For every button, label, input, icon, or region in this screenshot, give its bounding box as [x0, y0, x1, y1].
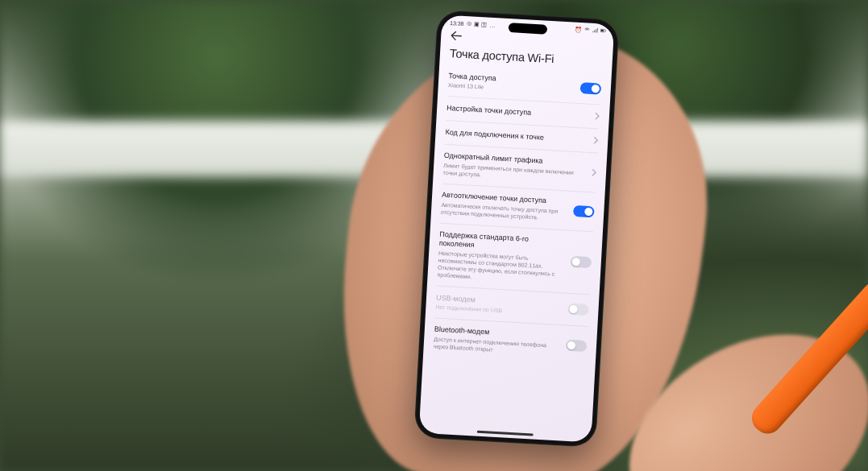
- phone-frame: 13:38 ◎ ▣ ⚿ … ⏰: [413, 10, 619, 448]
- autooff-toggle[interactable]: [573, 205, 595, 217]
- row-label: Код для подключения к точке: [445, 127, 587, 144]
- status-icon: ◎: [466, 20, 471, 27]
- gesture-bar[interactable]: [477, 431, 534, 436]
- chevron-right-icon: [593, 136, 599, 144]
- status-icon: ⚿: [481, 22, 487, 27]
- settings-list: Точка доступа Xiaomi 13 Lite Настройка т…: [423, 64, 612, 366]
- status-icon: ▣: [473, 21, 479, 27]
- wifi-icon: [584, 27, 590, 33]
- wifi6-toggle[interactable]: [570, 256, 592, 268]
- battery-icon: [600, 27, 606, 34]
- row-sub: Некоторые устройства могут быть несовмес…: [437, 249, 564, 285]
- hotspot-toggle[interactable]: [580, 82, 602, 94]
- svg-rect-2: [600, 30, 604, 32]
- bt-toggle[interactable]: [566, 339, 588, 351]
- alarm-icon: ⏰: [575, 27, 582, 33]
- usb-toggle: [567, 304, 589, 316]
- status-more-icon: …: [489, 22, 495, 27]
- row-label: Настройка точки доступа: [446, 104, 588, 121]
- svg-rect-1: [605, 30, 606, 31]
- row-wifi6[interactable]: Поддержка стандарта 6-го поколения Некот…: [437, 223, 593, 294]
- chevron-right-icon: [595, 113, 600, 121]
- row-bt[interactable]: Bluetooth-модем Доступ к интернет-подклю…: [433, 318, 588, 366]
- signal-icon: [592, 27, 598, 34]
- phone-screen: 13:38 ◎ ▣ ⚿ … ⏰: [419, 14, 615, 442]
- status-time: 13:38: [450, 19, 464, 26]
- chevron-right-icon: [592, 168, 597, 176]
